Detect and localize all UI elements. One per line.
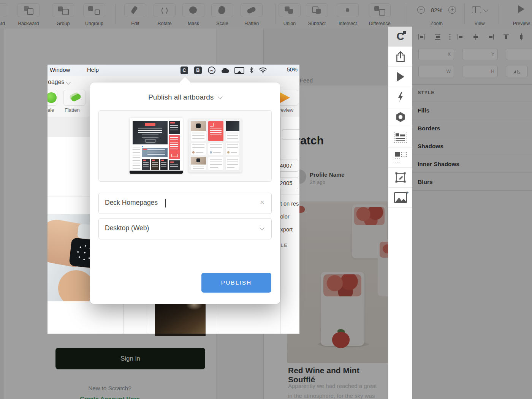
hexagon-icon [395,111,406,123]
battery-status: 50% [287,66,298,73]
clear-input-icon[interactable]: × [260,198,264,207]
menu-help[interactable]: Help [87,66,99,73]
craft-logo-button[interactable]: C [388,27,412,47]
inspector-fragment-strip [280,117,299,334]
menu-window[interactable]: Window [50,66,70,73]
text-caret [165,199,166,207]
content-blocks-icon [394,132,407,143]
craft-data-button[interactable] [388,127,412,147]
dim-overlay [0,0,532,27]
artboard-preview-well [98,110,272,182]
craft-photos-button[interactable]: + [388,188,412,208]
input-value: Deck Homepages [105,199,158,207]
craft-preview-button[interactable] [388,67,412,87]
publish-button[interactable]: PUBLISH [201,273,271,293]
format-select[interactable]: Desktop (Web) [98,218,272,239]
edit-frame-icon [394,171,407,184]
lightning-icon [397,92,404,102]
dim-overlay [412,65,532,334]
craft-prototype-button[interactable] [388,107,412,127]
chevron-down-icon [260,225,264,230]
artboard-thumbnail-desktop[interactable] [130,118,183,174]
craft-status-icon[interactable]: C [180,66,188,74]
dim-overlay [0,27,388,65]
resize-option-fragment[interactable]: t on res [280,201,299,207]
cloud-icon[interactable] [221,68,230,75]
craft-stock-button[interactable] [388,168,412,188]
image-plus-icon: + [394,192,407,203]
craft-library-button[interactable] [388,147,412,168]
dim-overlay [0,334,388,399]
chevron-down-icon [66,80,71,85]
b-plugin-status-icon[interactable]: B [194,66,202,74]
dim-overlay [0,65,48,334]
publish-popover: Publish all artboards [90,82,280,304]
publish-name-input[interactable]: Deck Homepages × [98,193,272,214]
craft-share-button[interactable] [388,47,412,67]
chevron-down-icon [218,94,223,99]
creative-cloud-icon[interactable]: ∞ [208,66,215,74]
page-dropdown[interactable]: oages [48,79,65,86]
dim-overlay [299,65,388,334]
menu-bar: Window Help C B ∞ 50% [48,65,299,76]
airplay-icon[interactable] [234,67,244,74]
bluetooth-icon[interactable] [249,67,254,75]
dim-overlay [412,27,532,65]
artboard-thumbnail-grid[interactable] [188,119,242,173]
craft-sync-button[interactable] [388,87,412,107]
wifi-icon[interactable] [259,67,267,75]
dim-overlay [412,334,532,399]
craft-panel: C [388,27,412,399]
popover-title-row[interactable]: Publish all artboards [90,93,280,101]
select-value: Desktop (Web) [105,224,149,232]
share-icon [396,51,405,62]
library-icon [394,152,407,163]
app-window: Forward Backward Group Ungroup Edit Rota… [0,0,532,399]
play-icon [397,72,404,82]
popover-title: Publish all artboards [148,93,214,101]
